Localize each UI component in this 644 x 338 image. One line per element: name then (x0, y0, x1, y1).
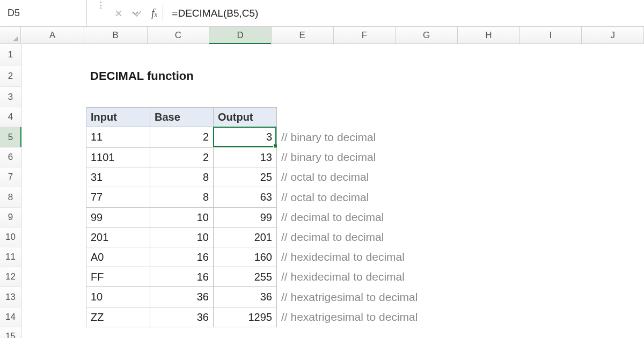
cell-comment: // hexatrigesimal to decimal (277, 307, 594, 327)
cell-base[interactable]: 10 (150, 227, 214, 247)
row-head-9[interactable]: 9 (0, 208, 21, 227)
cancel-icon[interactable] (113, 8, 125, 19)
row-head-1[interactable]: 1 (0, 44, 21, 65)
row-head-7[interactable]: 7 (0, 167, 21, 187)
col-head-D[interactable]: D (209, 27, 272, 43)
col-head-J[interactable]: J (582, 27, 644, 43)
cell-input[interactable]: 77 (86, 187, 150, 208)
cell-input[interactable]: 201 (86, 227, 150, 247)
cell-output[interactable]: 3 (214, 127, 277, 148)
cell-comment: // decimal to decimal (277, 208, 594, 227)
cell-comment: // binary to decimal (277, 148, 594, 167)
cell-output[interactable]: 63 (214, 187, 277, 208)
cell-base[interactable]: 2 (150, 127, 214, 148)
formula-input[interactable] (165, 0, 644, 26)
col-head-G[interactable]: G (396, 27, 458, 43)
cell-comment: // octal to decimal (277, 187, 594, 208)
row-headers: 123456789101112131415 (0, 44, 21, 338)
row-head-4[interactable]: 4 (0, 107, 21, 127)
cell-base[interactable]: 8 (150, 187, 214, 208)
cell-base[interactable]: 2 (150, 148, 214, 167)
table-header: Base (150, 107, 214, 127)
cells-area[interactable]: DECIMAL functionInputBaseOutput1123// bi… (21, 44, 644, 338)
resize-handle-icon[interactable]: ⋮ (94, 0, 107, 26)
cell-input[interactable]: A0 (86, 247, 150, 267)
cell-comment: // binary to decimal (277, 127, 594, 148)
cell-input[interactable]: 10 (86, 287, 150, 307)
cell-comment: // decimal to decimal (277, 227, 594, 247)
cell-input[interactable]: 31 (86, 167, 150, 187)
cell-input[interactable]: 11 (86, 127, 150, 148)
cell-comment: // octal to decimal (277, 167, 594, 187)
column-headers: ABCDEFGHIJ (0, 27, 644, 44)
cell-base[interactable]: 36 (150, 287, 214, 307)
cell-output[interactable]: 13 (214, 148, 277, 167)
cell-input[interactable]: 99 (86, 208, 150, 227)
row-head-8[interactable]: 8 (0, 187, 21, 208)
cell-base[interactable]: 16 (150, 267, 214, 287)
cell-comment: // hexidecimal to decimal (277, 267, 594, 287)
row-head-14[interactable]: 14 (0, 307, 21, 327)
cell-output[interactable]: 201 (214, 227, 277, 247)
fb-controls: fx (107, 0, 160, 26)
row-head-11[interactable]: 11 (0, 247, 21, 267)
name-box-container (0, 0, 87, 26)
cell-input[interactable]: 1101 (86, 148, 150, 167)
select-all-corner[interactable] (0, 27, 21, 43)
row-head-3[interactable]: 3 (0, 87, 21, 107)
row-head-10[interactable]: 10 (0, 227, 21, 247)
cell-comment: // hexidecimal to decimal (277, 247, 594, 267)
table-header: Output (214, 107, 277, 127)
cell-output[interactable]: 36 (214, 287, 277, 307)
row-head-6[interactable]: 6 (0, 148, 21, 167)
col-head-C[interactable]: C (148, 27, 210, 43)
row-head-5[interactable]: 5 (0, 127, 21, 148)
col-head-I[interactable]: I (520, 27, 582, 43)
row-head-2[interactable]: 2 (0, 65, 21, 87)
cell-comment: // hexatrigesimal to decimal (277, 287, 594, 307)
row-head-12[interactable]: 12 (0, 267, 21, 287)
cell-base[interactable]: 36 (150, 307, 214, 327)
fx-icon[interactable]: fx (151, 7, 157, 19)
cell-output[interactable]: 25 (214, 167, 277, 187)
row-head-13[interactable]: 13 (0, 287, 21, 307)
cell-input[interactable]: ZZ (86, 307, 150, 327)
cell-output[interactable]: 99 (214, 208, 277, 227)
cell-output[interactable]: 1295 (214, 307, 277, 327)
col-head-E[interactable]: E (272, 27, 334, 43)
table-header: Input (86, 107, 150, 127)
col-head-H[interactable]: H (458, 27, 520, 43)
cell-base[interactable]: 10 (150, 208, 214, 227)
cell-base[interactable]: 8 (150, 167, 214, 187)
enter-icon[interactable] (132, 8, 144, 19)
cell-base[interactable]: 16 (150, 247, 214, 267)
cell-output[interactable]: 160 (214, 247, 277, 267)
row-head-15[interactable]: 15 (0, 327, 21, 338)
cell-output[interactable]: 255 (214, 267, 277, 287)
col-head-B[interactable]: B (84, 27, 148, 43)
col-head-F[interactable]: F (334, 27, 396, 43)
col-head-A[interactable]: A (21, 27, 84, 43)
formula-bar: ⋮ fx (0, 0, 644, 27)
cell-input[interactable]: FF (86, 267, 150, 287)
page-title: DECIMAL function (86, 65, 277, 87)
